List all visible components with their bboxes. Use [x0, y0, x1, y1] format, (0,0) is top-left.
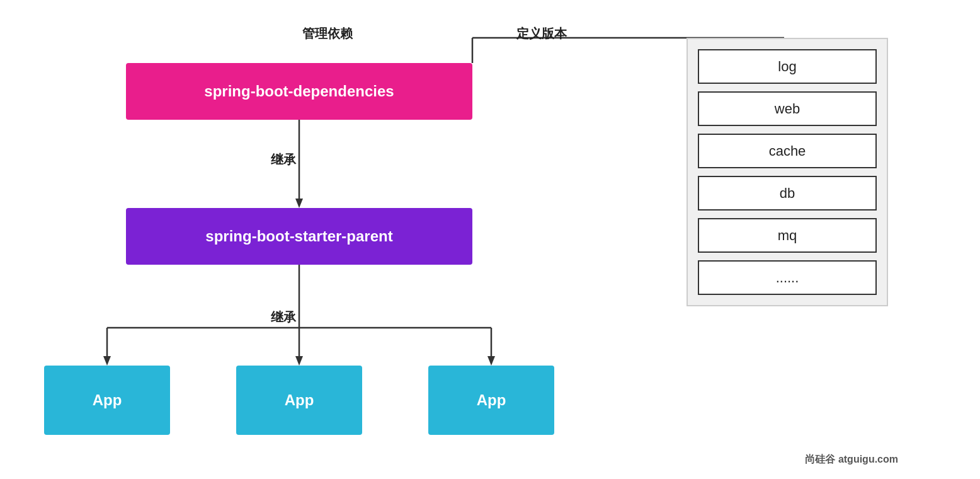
panel-item-dots: ......	[698, 260, 877, 295]
panel-item-mq: mq	[698, 218, 877, 253]
app1-label: App	[93, 391, 122, 409]
panel-item-db: db	[698, 176, 877, 211]
app1-box: App	[44, 366, 170, 435]
inherit1-label: 继承	[271, 151, 296, 168]
watermark: 尚硅谷 atguigu.com	[805, 453, 898, 466]
panel-item-log: log	[698, 49, 877, 84]
dependencies-label: spring-boot-dependencies	[204, 83, 394, 100]
diagram-container: spring-boot-dependencies spring-boot-sta…	[0, 0, 980, 479]
app2-box: App	[236, 366, 362, 435]
inherit2-label: 继承	[271, 309, 296, 326]
panel-item-cache: cache	[698, 134, 877, 168]
app2-label: App	[285, 391, 314, 409]
starter-parent-box: spring-boot-starter-parent	[126, 208, 472, 265]
svg-marker-9	[487, 356, 495, 366]
define-ver-label: 定义版本	[516, 25, 567, 42]
app3-box: App	[428, 366, 554, 435]
svg-marker-5	[103, 356, 111, 366]
svg-marker-1	[295, 199, 303, 208]
dependencies-box: spring-boot-dependencies	[126, 63, 472, 120]
app3-label: App	[477, 391, 506, 409]
starter-parent-label: spring-boot-starter-parent	[205, 228, 392, 245]
right-panel: log web cache db mq ......	[687, 38, 888, 306]
panel-item-web: web	[698, 91, 877, 126]
svg-marker-7	[295, 356, 303, 366]
manage-dep-label: 管理依赖	[302, 25, 353, 42]
